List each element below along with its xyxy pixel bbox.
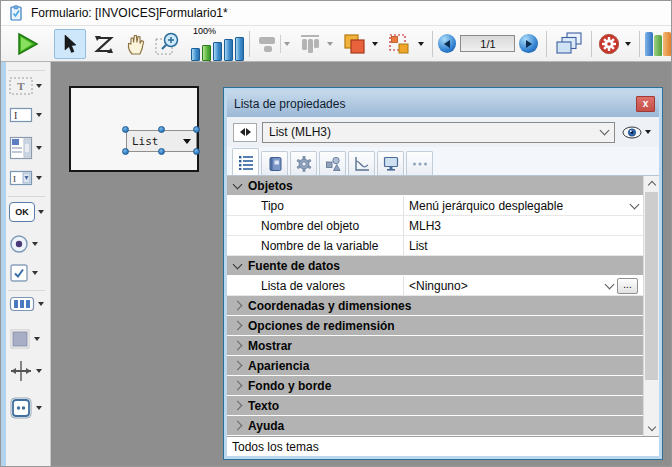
- tab-chart[interactable]: [348, 151, 375, 175]
- plugin-area-tool[interactable]: [9, 396, 42, 420]
- move-tool-button[interactable]: [120, 29, 151, 59]
- text-tool[interactable]: T: [9, 76, 42, 96]
- badge-button[interactable]: [596, 29, 622, 59]
- section-header-texto[interactable]: Texto: [227, 396, 643, 416]
- toolbar-separator: [249, 31, 250, 57]
- scrollbar-thumb[interactable]: [645, 192, 658, 380]
- tab-shapes[interactable]: [319, 151, 346, 175]
- page-next-button[interactable]: [519, 34, 538, 53]
- property-list-panel: Lista de propiedades x List (MLH3): [223, 87, 663, 460]
- view-options-button[interactable]: [620, 126, 653, 139]
- chevron-collapsed-icon: [233, 341, 243, 351]
- library-button[interactable]: [645, 32, 671, 56]
- theme-filter-footer[interactable]: Todos los temas: [227, 436, 659, 456]
- align-icon: [257, 34, 279, 54]
- duplicate-dropdown-arrow[interactable]: [418, 42, 424, 46]
- section-header-ayuda[interactable]: Ayuda: [227, 416, 643, 436]
- sidebar-separator: [8, 70, 45, 71]
- input-tool[interactable]: I: [9, 106, 42, 124]
- list-box-tool-dropdown-arrow[interactable]: [36, 146, 42, 150]
- plugin-area-tool-dropdown-arrow[interactable]: [36, 406, 42, 410]
- zoom-level-label: 100%: [193, 27, 216, 36]
- splitter-tool[interactable]: [9, 359, 42, 383]
- section-header-objetos[interactable]: Objetos: [227, 176, 643, 196]
- scroll-down-button[interactable]: [644, 421, 659, 436]
- list-box-tool[interactable]: [9, 136, 42, 160]
- property-value-dropdown[interactable]: <Ninguno> ...: [403, 276, 643, 295]
- tab-more[interactable]: [406, 151, 433, 175]
- run-button[interactable]: [7, 29, 46, 59]
- object-dropdown-arrow-icon: [183, 139, 191, 144]
- selection-handle-top-left[interactable]: [122, 126, 129, 133]
- section-header-fondo-y-borde[interactable]: Fondo y borde: [227, 376, 643, 396]
- selection-handle-top-center[interactable]: [158, 126, 165, 133]
- radio-button-tool[interactable]: [9, 234, 38, 254]
- form-canvas[interactable]: List: [69, 86, 199, 172]
- combo-box-tool[interactable]: I: [9, 170, 42, 186]
- object-prev-next-button[interactable]: [233, 123, 257, 142]
- section-label: Texto: [248, 399, 279, 413]
- property-value-field[interactable]: List: [403, 236, 643, 255]
- selection-handle-top-right[interactable]: [193, 126, 200, 133]
- checkbox-tool-dropdown-arrow[interactable]: [32, 271, 38, 275]
- property-list-tab-icon: [238, 154, 254, 170]
- property-value-field[interactable]: MLH3: [403, 216, 643, 235]
- duplicate-tool-button[interactable]: [385, 29, 414, 59]
- level-dropdown-arrow[interactable]: [372, 42, 378, 46]
- selection-handle-bottom-left[interactable]: [122, 148, 129, 155]
- property-scrollbar[interactable]: [643, 176, 659, 436]
- align-dropdown-arrow[interactable]: [284, 42, 290, 46]
- section-header-coordenadas[interactable]: Coordenadas y dimensiones: [227, 296, 643, 316]
- radio-button-tool-dropdown-arrow[interactable]: [32, 242, 38, 246]
- checkbox-tool[interactable]: [9, 263, 38, 283]
- combo-box-tool-dropdown-arrow[interactable]: [36, 176, 42, 180]
- ellipsis-tab-icon: [412, 161, 428, 167]
- button-grid-tool-dropdown-arrow[interactable]: [38, 302, 44, 306]
- magnifier-icon: [154, 31, 182, 57]
- chevron-collapsed-icon: [233, 401, 243, 411]
- tab-book[interactable]: [261, 151, 288, 175]
- distribute-dropdown-arrow[interactable]: [327, 42, 333, 46]
- selection-handle-bottom-right[interactable]: [193, 148, 200, 155]
- combo-box-tool-icon: I: [9, 170, 33, 186]
- tab-property-list[interactable]: [232, 148, 259, 175]
- close-button[interactable]: x: [636, 96, 655, 112]
- distribute-tool-button[interactable]: [296, 29, 323, 59]
- input-tool-dropdown-arrow[interactable]: [36, 113, 42, 117]
- badge-dropdown-arrow[interactable]: [625, 42, 631, 46]
- entry-order-tool-button[interactable]: [89, 29, 120, 59]
- view-options-dropdown-arrow: [645, 130, 651, 134]
- selection-handle-bottom-center[interactable]: [158, 148, 165, 155]
- selection-tool-button[interactable]: [54, 29, 85, 59]
- tab-display[interactable]: [377, 151, 404, 175]
- tab-gear[interactable]: [290, 151, 317, 175]
- section-header-fuente-de-datos[interactable]: Fuente de datos: [227, 256, 643, 276]
- button-tool-dropdown-arrow[interactable]: [38, 210, 44, 214]
- chart-tab-icon: [354, 156, 370, 172]
- level-tool-button[interactable]: [340, 29, 369, 59]
- button-grid-tool[interactable]: [9, 296, 44, 312]
- ellipsis-button[interactable]: ...: [617, 278, 638, 294]
- section-label: Opciones de redimensión: [248, 319, 395, 333]
- section-header-apariencia[interactable]: Apariencia: [227, 356, 643, 376]
- button-tool[interactable]: OK: [9, 202, 44, 222]
- zoom-level-control[interactable]: 100%: [191, 27, 244, 61]
- chevron-collapsed-icon: [233, 361, 243, 371]
- object-selector-combo[interactable]: List (MLH3): [262, 122, 615, 143]
- splitter-tool-dropdown-arrow[interactable]: [36, 369, 42, 373]
- align-tool-button[interactable]: [255, 29, 281, 59]
- book-tab-icon: [267, 156, 283, 172]
- section-header-opciones-redimension[interactable]: Opciones de redimensión: [227, 316, 643, 336]
- zoom-tool-button[interactable]: [152, 29, 185, 59]
- object-navigator-row: List (MLH3): [227, 117, 659, 147]
- section-header-mostrar[interactable]: Mostrar: [227, 336, 643, 356]
- display-views-button[interactable]: [552, 29, 585, 59]
- scroll-up-button[interactable]: [644, 176, 659, 191]
- property-value-dropdown[interactable]: Menú jerárquico desplegable: [403, 196, 643, 215]
- property-panel-title: Lista de propiedades: [234, 97, 345, 111]
- rectangle-tool[interactable]: [9, 328, 40, 350]
- rectangle-tool-dropdown-arrow[interactable]: [34, 337, 40, 341]
- page-prev-button[interactable]: [438, 34, 457, 53]
- chevron-collapsed-icon: [233, 381, 243, 391]
- text-tool-dropdown-arrow[interactable]: [36, 84, 42, 88]
